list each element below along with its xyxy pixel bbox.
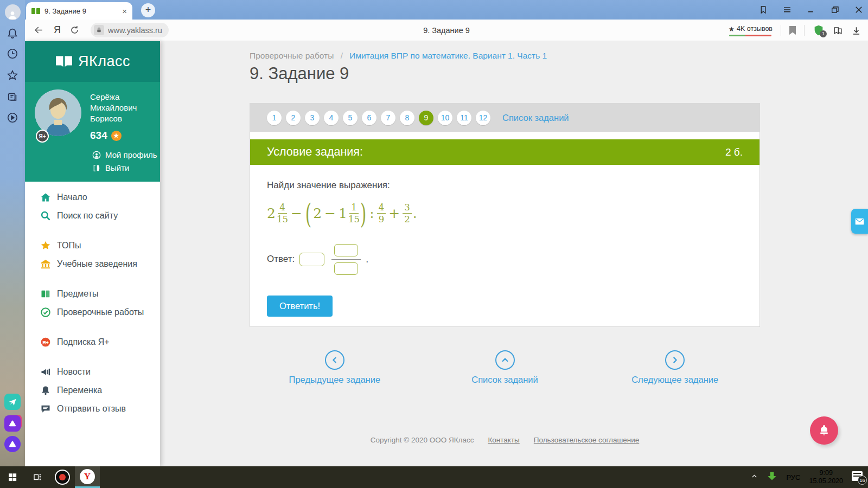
footer-link-agreement[interactable]: Пользовательское соглашение bbox=[534, 436, 639, 444]
profile-avatar-icon[interactable] bbox=[0, 4, 25, 20]
formula-token: 2415 bbox=[267, 203, 288, 224]
answer-numerator-input[interactable] bbox=[334, 244, 358, 256]
sidebar-item-schools[interactable]: Учебные заведения bbox=[25, 255, 160, 273]
notification-count: 16 bbox=[858, 476, 867, 485]
task-view-button[interactable] bbox=[25, 466, 50, 488]
bottom-nav-label[interactable]: Следующее задание bbox=[631, 375, 718, 385]
bottom-nav: Предыдущее заданиеСписок заданийСледующе… bbox=[250, 350, 760, 385]
sidebar-item-peremenka[interactable]: Переменка bbox=[25, 381, 160, 400]
answer-label: Ответ: bbox=[267, 254, 295, 265]
sidebar-item-site-search[interactable]: Поиск по сайту bbox=[25, 207, 160, 225]
yaklass-logo[interactable]: ЯКласс bbox=[25, 41, 160, 82]
notifications-bell-icon[interactable] bbox=[0, 27, 25, 39]
downloads-icon[interactable] bbox=[851, 25, 861, 36]
submit-button[interactable]: Ответить! bbox=[267, 296, 333, 317]
yaklass-sidebar: ЯКласс Я+ Серёжа Михайлович Борисов 634 … bbox=[25, 41, 160, 466]
recorder-app-icon[interactable] bbox=[50, 466, 75, 488]
collections-pages-icon[interactable] bbox=[0, 91, 25, 103]
answer-denominator-input[interactable] bbox=[334, 262, 358, 275]
task-pill-11[interactable]: 11 bbox=[457, 111, 471, 125]
lock-icon[interactable] bbox=[94, 25, 104, 35]
task-pill-12[interactable]: 12 bbox=[476, 111, 490, 125]
url-text[interactable]: www.yaklass.ru bbox=[108, 26, 162, 35]
task-pill-1[interactable]: 1 bbox=[267, 111, 282, 125]
restore-icon[interactable] bbox=[830, 5, 840, 15]
footer-link-contacts[interactable]: Контакты bbox=[488, 436, 520, 444]
sidebar-item-home[interactable]: Начало bbox=[25, 188, 160, 207]
tray-chevron-icon[interactable] bbox=[751, 472, 758, 482]
sidebar-item-tops[interactable]: ТОПы bbox=[25, 236, 160, 255]
bottom-nav-label[interactable]: Список заданий bbox=[471, 375, 538, 385]
profile-card: Я+ Серёжа Михайлович Борисов 634 ★ Мой п… bbox=[25, 82, 160, 182]
task-card: 123456789101112 Список заданий Условие з… bbox=[250, 103, 760, 327]
notifications-fab[interactable] bbox=[810, 416, 838, 445]
messenger-app-icon[interactable] bbox=[0, 394, 25, 410]
sidebar-item-feedback[interactable]: Отправить отзыв bbox=[25, 400, 160, 418]
chevron-right-circle-icon[interactable] bbox=[665, 350, 685, 370]
sidebar-item-label: ТОПы bbox=[57, 241, 81, 251]
chevron-up-circle-icon[interactable] bbox=[495, 350, 515, 370]
bottom-nav-next-task[interactable]: Следующее задание bbox=[590, 350, 760, 385]
task-pill-5[interactable]: 5 bbox=[343, 111, 358, 125]
task-pill-6[interactable]: 6 bbox=[362, 111, 376, 125]
site-reviews-button[interactable]: ★4K отзывов bbox=[729, 25, 773, 36]
task-pill-3[interactable]: 3 bbox=[305, 111, 320, 125]
svg-text:Я+: Я+ bbox=[42, 340, 49, 345]
collections-icon[interactable] bbox=[833, 25, 843, 36]
formula-token: : bbox=[369, 206, 374, 221]
side-panel-icon[interactable] bbox=[758, 5, 768, 15]
browser-menu-icon[interactable] bbox=[782, 5, 792, 15]
yk-menu: НачалоПоиск по сайтуТОПыУчебные заведени… bbox=[25, 182, 160, 418]
favorites-star-icon[interactable] bbox=[0, 69, 25, 81]
purple-square-app-icon[interactable] bbox=[0, 415, 25, 432]
bottom-nav-label[interactable]: Предыдущее задание bbox=[289, 375, 381, 385]
yandex-button-icon[interactable]: Я bbox=[54, 24, 61, 36]
sidebar-item-tests[interactable]: Проверочные работы bbox=[25, 303, 160, 322]
breadcrumb-root[interactable]: Проверочные работы bbox=[250, 51, 334, 60]
reviews-label: 4K отзывов bbox=[737, 25, 773, 33]
sidebar-item-subjects[interactable]: Предметы bbox=[25, 285, 160, 303]
action-center-icon[interactable]: 16 bbox=[852, 471, 865, 483]
browser-tab[interactable]: 9. Задание 9 × bbox=[26, 2, 132, 20]
download-tray-icon[interactable] bbox=[767, 471, 777, 484]
purple-circle-app-icon[interactable] bbox=[0, 436, 25, 452]
task-pill-7[interactable]: 7 bbox=[381, 111, 395, 125]
tab-close-icon[interactable]: × bbox=[122, 7, 127, 16]
task-pill-8[interactable]: 8 bbox=[400, 111, 414, 125]
chevron-left-circle-icon[interactable] bbox=[325, 350, 344, 370]
formula-token: + bbox=[388, 206, 400, 221]
history-clock-icon[interactable] bbox=[0, 48, 25, 60]
bottom-nav-prev-task[interactable]: Предыдущее задание bbox=[250, 350, 420, 385]
task-list-link[interactable]: Список заданий bbox=[502, 113, 569, 123]
close-icon[interactable] bbox=[854, 5, 864, 15]
task-pill-9[interactable]: 9 bbox=[419, 111, 433, 125]
feedback-mail-tab[interactable] bbox=[851, 209, 868, 234]
start-button[interactable] bbox=[0, 466, 25, 488]
sidebar-item-news[interactable]: Новости bbox=[25, 363, 160, 381]
sidebar-item-subscription[interactable]: Я+Подписка Я+ bbox=[25, 333, 160, 351]
new-tab-button[interactable]: + bbox=[141, 3, 155, 17]
protect-shield-icon[interactable]: 1 bbox=[813, 24, 825, 36]
bookmark-icon[interactable] bbox=[789, 26, 796, 35]
logout-link[interactable]: Выйти bbox=[92, 163, 129, 172]
back-icon[interactable] bbox=[34, 25, 44, 35]
my-profile-link[interactable]: Мой профиль bbox=[92, 150, 157, 159]
task-pill-4[interactable]: 4 bbox=[324, 111, 339, 125]
minimize-icon[interactable] bbox=[806, 5, 816, 15]
home-icon bbox=[40, 192, 51, 203]
book-icon bbox=[55, 55, 73, 69]
player-icon[interactable] bbox=[0, 112, 25, 124]
bottom-nav-task-list[interactable]: Список заданий bbox=[420, 350, 590, 385]
task-pill-2[interactable]: 2 bbox=[286, 111, 301, 125]
condition-title: Условие задания: bbox=[267, 145, 363, 159]
breadcrumb: Проверочные работы / Имитация ВПР по мат… bbox=[250, 51, 547, 61]
clock[interactable]: 9:09 15.05.2020 bbox=[809, 469, 843, 485]
keyboard-lang[interactable]: РУС bbox=[786, 473, 800, 481]
answer-whole-input[interactable] bbox=[299, 253, 324, 266]
user-name: Серёжа Михайлович Борисов bbox=[90, 92, 137, 124]
breadcrumb-current[interactable]: Имитация ВПР по математике. Вариант 1. Ч… bbox=[349, 51, 547, 60]
task-pill-10[interactable]: 10 bbox=[438, 111, 452, 125]
yandex-browser-taskbar-icon[interactable]: Y bbox=[75, 466, 100, 488]
refresh-icon[interactable] bbox=[69, 25, 80, 35]
address-bar[interactable]: www.yaklass.ru bbox=[91, 23, 169, 37]
